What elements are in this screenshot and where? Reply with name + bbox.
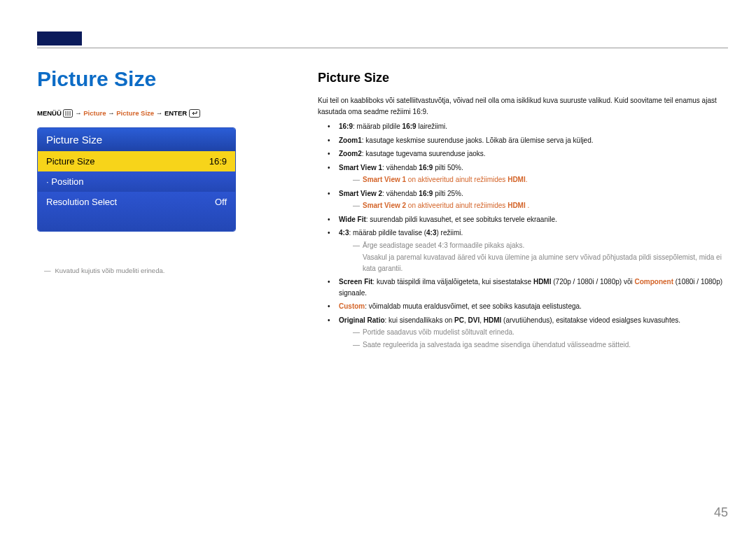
list-item: Custom: võimaldab muuta eraldusvõimet, e… — [328, 301, 728, 312]
list-item: Screen Fit: kuvab täispildi ilma väljalõ… — [328, 276, 728, 298]
opt-name: 16:9 — [339, 122, 353, 130]
header-accent-bar — [37, 31, 82, 45]
opt-name: Custom — [339, 302, 365, 310]
opt-name: Wide Fit — [339, 216, 366, 223]
osd-title: Picture Size — [38, 128, 235, 151]
osd-row-label: Resolution Select — [46, 197, 117, 207]
options-list: 16:9: määrab pildile 16:9 lairežiimi. Zo… — [328, 121, 728, 350]
osd-row-resolution-select[interactable]: Resolution Select Off — [38, 192, 235, 231]
opt-name: Original Ratio — [339, 316, 385, 324]
body-text: Kui teil on kaabliboks või satelliitvast… — [318, 95, 728, 353]
opt-name: Screen Fit — [339, 278, 372, 286]
manual-page: Picture Size Picture Size MENÜÜ → Pictur… — [0, 0, 756, 534]
list-item: Zoom1: kasutage keskmise suurenduse jaok… — [328, 135, 728, 146]
list-item: Zoom2: kasutage tugevama suurenduse jaok… — [328, 148, 728, 160]
opt-name: Zoom2 — [339, 150, 362, 157]
list-item: Smart View 2: vähendab 16:9 pilti 25%. S… — [328, 188, 728, 211]
sub-note: Saate reguleerida ja salvestada iga sead… — [353, 339, 728, 351]
menu-grid-icon — [63, 109, 73, 118]
breadcrumb-picture: Picture — [83, 109, 106, 117]
sub-note-body: Vasakul ja paremal kuvatavad ääred või k… — [363, 252, 728, 274]
sub-note: Ärge seadistage seadet 4:3 formaadile pi… — [353, 240, 728, 251]
osd-menu: Picture Size Picture Size 16:9 Position … — [37, 127, 236, 232]
list-item: Wide Fit: suurendab pildi kuvasuhet, et … — [328, 214, 728, 225]
page-title-left: Picture Size — [37, 67, 156, 91]
opt-name: Smart View 2 — [339, 190, 382, 197]
list-item: Smart View 1: vähendab 16:9 pilti 50%. S… — [328, 162, 728, 185]
sub-note: Smart View 1 on aktiveeritud ainult reži… — [353, 174, 728, 185]
osd-row-value: Off — [215, 197, 227, 207]
list-item: Original Ratio: kui sisendallikaks on PC… — [328, 315, 728, 351]
osd-row-position[interactable]: Position — [38, 171, 235, 192]
sub-note: Smart View 2 on aktiveeritud ainult reži… — [353, 200, 728, 211]
opt-name: 4:3 — [339, 229, 349, 237]
enter-icon — [189, 109, 200, 118]
breadcrumb-arrow: → — [108, 109, 115, 117]
opt-name: Smart View 1 — [339, 164, 382, 171]
osd-row-picture-size[interactable]: Picture Size 16:9 — [38, 151, 235, 171]
intro-paragraph: Kui teil on kaabliboks või satelliitvast… — [318, 95, 728, 117]
opt-name: Zoom1 — [339, 136, 362, 144]
breadcrumb-arrow: → — [156, 109, 163, 117]
osd-row-label: Position — [46, 176, 83, 187]
breadcrumb-menu: MENÜÜ — [37, 109, 62, 117]
header-rule — [37, 48, 728, 48]
breadcrumb-arrow: → — [75, 109, 82, 117]
sub-note: Portide saadavus võib mudelist sõltuvalt… — [353, 327, 728, 338]
list-item: 16:9: määrab pildile 16:9 lairežiimi. — [328, 121, 728, 132]
image-note: Kuvatud kujutis võib mudeliti erineda. — [44, 267, 164, 274]
breadcrumb-picture-size: Picture Size — [116, 109, 154, 117]
page-number: 45 — [714, 505, 728, 520]
osd-row-value: 16:9 — [209, 156, 227, 167]
breadcrumb-enter: ENTER — [164, 109, 187, 117]
list-item: 4:3: määrab pildile tavalise (4:3) režii… — [328, 227, 728, 274]
osd-row-label: Picture Size — [46, 156, 94, 167]
breadcrumb: MENÜÜ → Picture → Picture Size → ENTER — [37, 109, 200, 118]
page-title-right: Picture Size — [318, 71, 389, 85]
